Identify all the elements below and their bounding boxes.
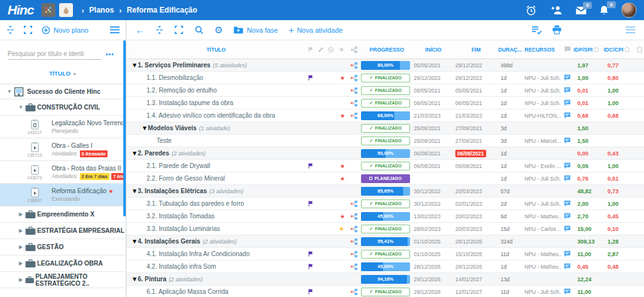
notifications-button[interactable]: 6 xyxy=(599,5,609,16)
dependency-icon[interactable] xyxy=(350,200,358,208)
dependency-icon[interactable] xyxy=(350,263,358,271)
dependency-icon[interactable] xyxy=(350,87,358,94)
favorite-star-icon[interactable]: ★ xyxy=(108,188,113,194)
new-plan-button[interactable]: Novo plano xyxy=(42,26,89,35)
caret-down-icon[interactable]: ▼ xyxy=(5,89,14,94)
duration-cell[interactable]: 2d xyxy=(498,201,525,207)
priority-star-icon[interactable]: ★ xyxy=(340,113,345,119)
dependency-icon[interactable] xyxy=(350,213,358,220)
header-idp[interactable]: IDP/SPI xyxy=(574,47,604,53)
end-date-cell[interactable]: 28/12/2026 xyxy=(454,238,498,245)
resources-cell[interactable]: NPU - Matheu... xyxy=(525,251,561,257)
caret-down-icon[interactable]: ▼ xyxy=(131,150,138,157)
sidebar-item-estrat-gia-empresarial[interactable]: ▶ESTRATÉGIA EMPRESARIAL xyxy=(0,223,126,239)
table-row[interactable]: ▼3. Instalações Elétricas(3 atividades)8… xyxy=(126,185,644,198)
header-flag-icon[interactable] xyxy=(306,47,316,53)
table-row[interactable]: 2.1. Parede de Drywall★✓FINALIZADO06/08/… xyxy=(126,160,644,172)
back-button[interactable]: ← xyxy=(135,25,145,35)
table-row[interactable]: 3.1. Tubulação das paredes e forro✓FINAL… xyxy=(126,198,644,210)
end-date-cell[interactable]: 05/05/2021 xyxy=(454,87,498,94)
end-date-cell[interactable]: 27/08/2021 xyxy=(454,125,498,132)
comment-icon[interactable] xyxy=(564,200,571,207)
start-date-cell[interactable]: 28/12/2026 xyxy=(413,264,454,270)
start-date-cell[interactable]: 25/08/2021 xyxy=(413,125,454,132)
caret-right-icon[interactable]: ▶ xyxy=(16,261,25,266)
caret-right-icon[interactable]: ▶ xyxy=(16,244,25,250)
resources-cell[interactable]: NPU - Marcel... xyxy=(525,138,561,144)
flag-icon[interactable] xyxy=(308,288,314,295)
settings-button[interactable]: ⚙ xyxy=(214,25,223,36)
comment-icon[interactable] xyxy=(564,263,571,270)
progress-cell[interactable]: ✓FINALIZADO xyxy=(361,225,413,233)
start-date-cell[interactable]: 21/03/2023 xyxy=(413,113,454,119)
start-date-cell[interactable]: 30/12/2022 xyxy=(413,201,454,207)
comment-icon[interactable] xyxy=(564,137,571,144)
duration-cell[interactable]: 1d xyxy=(498,87,525,94)
start-date-cell[interactable]: 29/12/2022 xyxy=(413,75,454,81)
start-date-cell[interactable]: 01/10/2025 xyxy=(413,251,454,257)
column-options-button[interactable] xyxy=(626,26,635,33)
progress-cell[interactable]: 50,00% xyxy=(361,149,413,158)
flag-icon[interactable] xyxy=(308,200,314,207)
caret-down-icon[interactable]: ▼ xyxy=(142,125,148,132)
progress-cell[interactable]: ✓FINALIZADO xyxy=(361,288,413,296)
resources-cell[interactable]: NPU - Juli Sch... xyxy=(525,100,561,106)
dependency-icon[interactable] xyxy=(350,112,358,120)
header-settings-icon[interactable] xyxy=(635,47,644,53)
duration-cell[interactable]: 1d xyxy=(498,150,525,157)
caret-right-icon[interactable]: ▶ xyxy=(16,211,25,217)
header-fim[interactable]: FIM xyxy=(454,47,498,53)
table-row[interactable]: 1.4. Adesivo vinílico com identificação … xyxy=(126,109,644,122)
table-row[interactable]: 3.2. Instalação Tomadas★45,00%13/02/2023… xyxy=(126,210,644,223)
duration-cell[interactable]: 11d xyxy=(498,251,525,257)
progress-cell[interactable]: ✓FINALIZADO xyxy=(361,137,413,145)
end-date-cell[interactable]: 21/03/2023 xyxy=(454,113,498,119)
dependency-icon[interactable] xyxy=(350,288,358,296)
end-date-cell[interactable]: 06/08/2021 xyxy=(454,150,498,157)
start-date-cell[interactable]: 25/08/2021 xyxy=(413,138,454,144)
start-date-cell[interactable]: 30/12/2022 xyxy=(413,188,454,194)
breadcrumb-planos[interactable]: Planos xyxy=(89,6,114,14)
new-phase-button[interactable]: Nova fase xyxy=(233,26,278,34)
comment-icon[interactable] xyxy=(564,99,571,106)
table-row[interactable]: 4.2. Instalação infra Som45,00%28/12/202… xyxy=(126,261,644,273)
comment-icon[interactable] xyxy=(564,74,571,81)
end-date-cell[interactable]: 02/01/2023 xyxy=(454,201,498,207)
flag-icon[interactable] xyxy=(308,74,314,81)
resources-cell[interactable]: NPU - Juli Sch... xyxy=(525,176,561,182)
header-inicio[interactable]: INÍCIO xyxy=(413,47,454,53)
resources-cell[interactable]: NPU-HILTON,... xyxy=(525,113,561,119)
end-date-cell[interactable]: 27/08/2021 xyxy=(454,138,498,144)
table-row[interactable]: 1.2. Remoção do entulho✓FINALIZADO05/05/… xyxy=(126,84,644,97)
duration-cell[interactable]: 324d xyxy=(498,238,525,245)
caret-down-icon[interactable]: ▼ xyxy=(131,276,138,283)
comment-icon[interactable] xyxy=(564,112,571,119)
sidebar-item-constru-o-civil[interactable]: ▼CONSTRUÇÃO CIVIL xyxy=(0,99,126,116)
duration-cell[interactable]: 3d xyxy=(498,138,525,144)
progress-cell[interactable]: 45,00% xyxy=(361,212,413,221)
duration-cell[interactable]: 498d xyxy=(498,62,525,69)
header-idc[interactable]: IDC/CPI xyxy=(604,47,635,53)
start-date-cell[interactable]: 06/08/2021 xyxy=(413,150,454,157)
dependency-icon[interactable] xyxy=(350,238,358,245)
header-star-icon[interactable]: ★ xyxy=(336,46,347,53)
comment-icon[interactable] xyxy=(564,250,571,257)
comment-icon[interactable] xyxy=(564,213,571,220)
fullscreen-button[interactable] xyxy=(174,25,184,35)
flag-icon[interactable] xyxy=(308,162,314,169)
sidebar-menu-button[interactable] xyxy=(110,26,119,33)
sidebar-item-143073[interactable]: 143073Obra - Rota das Praias IIAtividade… xyxy=(0,161,126,184)
priority-star-icon[interactable]: ★ xyxy=(340,75,345,81)
progress-cell[interactable]: 95,41% xyxy=(361,237,413,246)
sidebar-item-sucesso-do-cliente-hinc[interactable]: ▼Sucesso do Cliente Hinc xyxy=(0,84,126,99)
resources-cell[interactable]: NPU - Matheu... xyxy=(525,264,561,270)
workspace-tile[interactable] xyxy=(59,3,73,17)
end-date-cell[interactable]: 14/01/2027 xyxy=(454,276,498,283)
messages-button[interactable]: 0 xyxy=(575,6,587,15)
sidebar-item-empreendimento-x[interactable]: ▶Empreendimento X xyxy=(0,206,126,223)
end-date-cell[interactable]: 06/08/2021 xyxy=(454,163,498,169)
end-date-cell[interactable]: 28/12/2026 xyxy=(454,264,498,270)
search-options-button[interactable]: ••• xyxy=(106,51,114,58)
plan-search-input[interactable] xyxy=(8,48,102,60)
progress-cell[interactable]: ✓FINALIZADO xyxy=(361,124,413,133)
